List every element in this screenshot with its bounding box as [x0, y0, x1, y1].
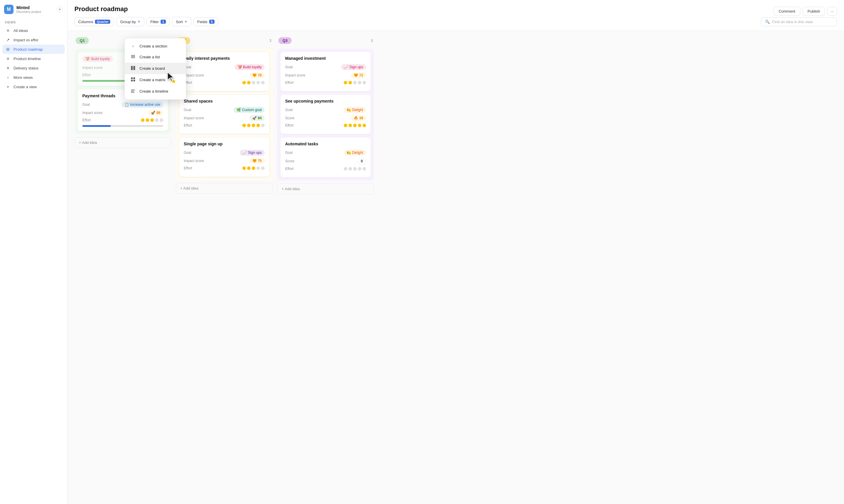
- svg-rect-7: [131, 80, 133, 82]
- score-shared: 🚀 84: [249, 115, 265, 121]
- card-row-effort-managed: Effort: [285, 80, 366, 85]
- card-row-effort-payment: Effort: [82, 118, 163, 122]
- svg-rect-3: [131, 66, 133, 70]
- card-row-score-upcoming: Score 🔥 38: [285, 115, 366, 121]
- sort-button[interactable]: Sort +: [172, 17, 191, 26]
- app-logo: M: [4, 5, 14, 14]
- sidebar-item-impact[interactable]: ↗ Impact vs effor: [2, 35, 65, 44]
- card-row-score-managed: Impact score 🧡 72: [285, 72, 366, 78]
- add-idea-q2[interactable]: + Add idea: [176, 183, 272, 194]
- columns-label: Columns: [78, 20, 93, 24]
- dropdown-label-section: Create a section: [140, 44, 167, 48]
- more-options-button[interactable]: ···: [827, 7, 837, 16]
- card-title-upcoming: See upcoming payments: [285, 99, 366, 104]
- create-view-dropdown: › Create a section Create a list Create …: [125, 38, 186, 100]
- card-row-score-automated: Score 0: [285, 158, 366, 164]
- card-daily-interest: Daily interest payments Goal 💝 Build loy…: [179, 52, 270, 91]
- svg-rect-1: [131, 56, 135, 57]
- columns-button[interactable]: Columns Quarter: [74, 18, 114, 26]
- card-title-automated: Automated tasks: [285, 142, 366, 146]
- q3-label: Q3: [279, 37, 292, 44]
- search-box[interactable]: 🔍 Find an idea in this view: [761, 17, 837, 26]
- chart-icon: ↗: [5, 37, 11, 42]
- card-sign-up: Single page sign up Goal 📈 Sign ups Impa…: [179, 137, 270, 177]
- card-title-sign-up: Single page sign up: [184, 142, 265, 146]
- app-name: Minted: [16, 5, 41, 10]
- score-managed: 🧡 72: [351, 72, 366, 78]
- sort-plus-icon: +: [185, 19, 187, 24]
- card-row-score-payment: Impact score 🚀 89: [82, 110, 163, 116]
- fields-count-badge: 5: [209, 20, 215, 24]
- card-row-goal-upcoming: Goal 🍋 Delight: [285, 107, 366, 113]
- sidebar-item-all-ideas[interactable]: ≡ All ideas: [2, 26, 65, 35]
- goal-tag-payment: 📋 Increase active use: [122, 102, 163, 108]
- dropdown-item-create-list[interactable]: Create a list: [125, 51, 186, 63]
- columns-value-badge: Quarter: [95, 20, 110, 24]
- card-title-managed: Managed investment: [285, 56, 366, 61]
- svg-rect-0: [131, 55, 135, 56]
- matrix-icon: [130, 77, 136, 83]
- comment-button[interactable]: Comment: [774, 7, 800, 16]
- effort-dots-upcoming: [344, 124, 366, 127]
- dropdown-item-create-section[interactable]: › Create a section: [125, 41, 186, 51]
- goal-tag-shared: 🌿 Custom goal: [234, 107, 265, 113]
- publish-button[interactable]: Publish: [803, 7, 825, 16]
- q1-label: Q1: [76, 37, 89, 44]
- goal-tag-upcoming: 🍋 Delight: [344, 107, 366, 113]
- filter-button[interactable]: Filter 1: [146, 18, 170, 26]
- dropdown-item-create-board[interactable]: Create a board: [125, 63, 186, 74]
- board-icon: [130, 66, 136, 71]
- board-column-q2: Q2 3 Daily interest payments Goal 💝 Buil…: [176, 35, 272, 194]
- card-row-goal-signup: Goal 📈 Sign ups: [184, 150, 265, 156]
- dropdown-label-timeline: Create a timeline: [140, 89, 168, 93]
- add-view-button[interactable]: +: [57, 6, 63, 13]
- q2-count: 3: [269, 39, 271, 43]
- svg-rect-11: [131, 92, 134, 93]
- card-upcoming-payments: See upcoming payments Goal 🍋 Delight Sco…: [280, 94, 371, 134]
- effort-dots-shared: [243, 124, 265, 127]
- card-row-goal-automated: Goal 🍋 Delight: [285, 150, 366, 156]
- sidebar-item-more-views[interactable]: › More views: [2, 73, 65, 82]
- app-subtitle: Discovery project: [16, 10, 41, 14]
- goal-tag-automated: 🍋 Delight: [344, 150, 366, 156]
- add-idea-q3[interactable]: + Add idea: [277, 183, 374, 194]
- add-idea-q1[interactable]: + Add idea: [74, 137, 171, 148]
- goal-tag-daily: 💝 Build loyalty: [235, 64, 265, 70]
- card-title-daily-interest: Daily interest payments: [184, 56, 265, 61]
- goal-tag-q1-1: 💝 Build loyalty: [82, 56, 113, 62]
- plus-icon: +: [5, 84, 11, 89]
- card-managed-investment: Managed investment Goal 📈 Sign ups Impac…: [280, 52, 371, 91]
- svg-rect-2: [131, 57, 135, 58]
- sidebar-item-create-view[interactable]: + Create a view: [2, 82, 65, 91]
- card-row-goal-shared: Goal 🌿 Custom goal: [184, 107, 265, 113]
- sidebar-item-product-roadmap[interactable]: ⊞ Product roadmap: [2, 44, 65, 54]
- main-area: Product roadmap Comment Publish ··· Colu…: [67, 0, 844, 504]
- dropdown-item-create-matrix[interactable]: Create a matrix: [125, 74, 186, 86]
- toolbar-search: 🔍 Find an idea in this view: [761, 17, 837, 26]
- card-title-shared-spaces: Shared spaces: [184, 99, 265, 104]
- board-column-q3: Q3 3 Managed investment Goal 📈 Sign ups …: [277, 35, 374, 194]
- section-icon: ›: [130, 44, 136, 48]
- sidebar-item-product-timeline[interactable]: ≡ Product timeline: [2, 54, 65, 63]
- score-payment: 🚀 89: [148, 110, 163, 116]
- filter-label: Filter: [150, 20, 159, 24]
- timeline-icon: ≡: [5, 56, 11, 61]
- views-section-label: Views: [0, 18, 67, 26]
- sidebar-nav: ≡ All ideas ↗ Impact vs effor ⊞ Product …: [0, 26, 67, 504]
- sidebar: M Minted Discovery project + Views ≡ All…: [0, 0, 67, 504]
- status-icon: ≡: [5, 66, 11, 70]
- main-header: Product roadmap Comment Publish ··· Colu…: [67, 0, 844, 31]
- group-by-label: Group by: [120, 20, 136, 24]
- dropdown-item-create-timeline[interactable]: Create a timeline: [125, 86, 186, 97]
- effort-dots-signup: [243, 166, 265, 170]
- score-automated: 0: [358, 158, 366, 164]
- group-by-button[interactable]: Group by +: [116, 17, 144, 26]
- goal-tag-signup: 📈 Sign ups: [240, 150, 265, 156]
- sort-label: Sort: [176, 20, 183, 24]
- dropdown-label-board: Create a board: [140, 66, 165, 71]
- effort-dots-payment: [141, 119, 163, 122]
- sidebar-item-delivery-status[interactable]: ≡ Delivery status: [2, 63, 65, 73]
- fields-button[interactable]: Fields 5: [193, 18, 218, 26]
- search-icon: 🔍: [765, 20, 770, 24]
- card-shared-spaces: Shared spaces Goal 🌿 Custom goal Impact …: [179, 94, 270, 134]
